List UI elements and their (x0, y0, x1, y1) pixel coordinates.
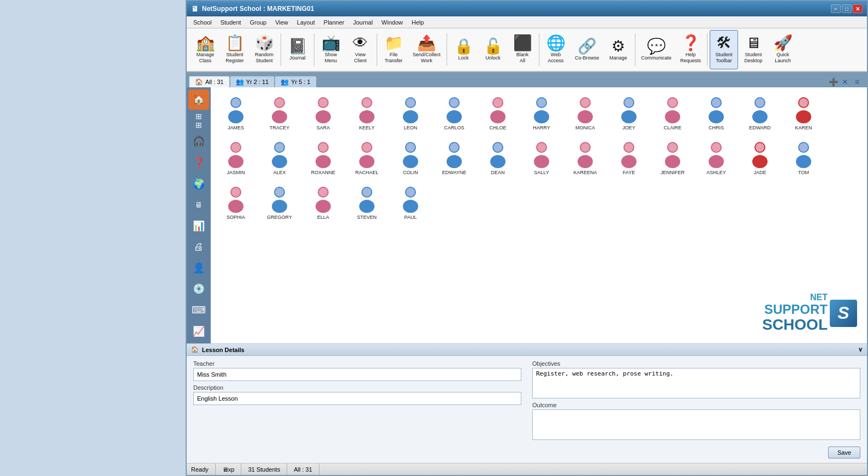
student-card[interactable]: KAREN (784, 93, 823, 133)
unlock-button[interactable]: 🔓 Unlock (479, 30, 507, 69)
student-desktop-button[interactable]: 🖥 StudentDesktop (739, 30, 768, 69)
sidenav-cd[interactable]: 💿 (188, 279, 209, 299)
student-card[interactable]: SARA (304, 93, 343, 133)
student-card[interactable]: DEAN (478, 138, 518, 178)
menu-student[interactable]: Student (216, 18, 246, 27)
student-card[interactable]: KAREENA (566, 138, 605, 178)
student-card[interactable]: CHLOE (478, 93, 518, 133)
communicate-label: Communicate (641, 55, 672, 61)
sidenav-audio[interactable]: 🎧 (188, 132, 209, 152)
sidenav-user[interactable]: 👤 (188, 258, 209, 278)
minimize-button[interactable]: − (831, 4, 841, 13)
menu-journal[interactable]: Journal (349, 18, 377, 27)
quick-launch-button[interactable]: 🚀 QuickLaunch (769, 30, 797, 69)
close-button[interactable]: ✕ (853, 4, 863, 13)
student-card[interactable]: GREGORY (260, 182, 299, 223)
tab-close-button[interactable]: ✕ (840, 76, 851, 87)
student-avatar (441, 140, 467, 169)
student-card[interactable]: LEON (391, 93, 430, 133)
sidenav-print[interactable]: 🖨 (188, 237, 209, 257)
student-card[interactable]: CHRIS (697, 93, 736, 133)
student-card[interactable]: JADE (740, 138, 780, 178)
student-card[interactable]: STEVEN (347, 182, 387, 223)
sidenav-home[interactable]: 🏠 (188, 90, 209, 110)
menu-window[interactable]: Window (377, 18, 407, 27)
tab-all[interactable]: 🏠 All : 31 (189, 76, 230, 87)
menu-school[interactable]: School (189, 18, 216, 27)
student-card[interactable]: CLAIRE (653, 93, 692, 133)
show-menu-button[interactable]: 📺 ShowMenu (317, 30, 345, 69)
tab-actions: ➕ ✕ ≡ (828, 76, 865, 87)
manage-button[interactable]: ⚙ Manage (604, 30, 633, 69)
menu-layout[interactable]: Layout (293, 18, 319, 27)
web-access-button[interactable]: 🌐 WebAccess (542, 30, 570, 69)
student-card[interactable]: ASHLEY (697, 138, 736, 178)
student-card[interactable]: CARLOS (435, 93, 474, 133)
sidenav-questions[interactable]: ❓ (188, 153, 209, 173)
svg-point-23 (537, 98, 546, 107)
student-card[interactable]: JASMIN (216, 138, 255, 178)
svg-point-16 (447, 110, 462, 123)
sidenav-chart[interactable]: 📊 (188, 216, 209, 236)
manage-class-button[interactable]: 🏫 ManageClass (191, 30, 219, 69)
objectives-textarea[interactable]: Register, web research, prose writing. (532, 368, 860, 398)
student-card[interactable]: JAMES (216, 93, 255, 133)
sidenav-web[interactable]: 🌍 (188, 174, 209, 194)
svg-point-91 (316, 200, 331, 213)
student-name: SOPHIA (227, 215, 245, 220)
student-card[interactable]: ALEX (260, 138, 299, 178)
help-requests-button[interactable]: ❓ HelpRequests (676, 30, 705, 69)
student-card[interactable]: MONICA (566, 93, 605, 133)
student-card[interactable]: ELLA (304, 182, 343, 223)
student-name: PAUL (405, 215, 417, 220)
student-toolbar-button[interactable]: 🛠 StudentToolbar (710, 30, 738, 69)
student-card[interactable]: TRACEY (260, 93, 299, 133)
student-card[interactable]: JENNIFER (653, 138, 692, 178)
student-card[interactable]: PAUL (391, 182, 430, 223)
co-browse-button[interactable]: 🔗 Co-Browse (571, 30, 603, 69)
tab-add-button[interactable]: ➕ (828, 76, 839, 87)
student-register-button[interactable]: 📋 StudentRegister (221, 30, 249, 69)
description-input[interactable] (193, 392, 521, 405)
menu-group[interactable]: Group (246, 18, 271, 27)
menu-planner[interactable]: Planner (319, 18, 349, 27)
restore-button[interactable]: □ (842, 4, 852, 13)
tab-yr5[interactable]: 👥 Yr 5 : 1 (275, 76, 316, 87)
lesson-header-collapse[interactable]: ∨ (858, 346, 863, 353)
svg-point-28 (621, 110, 637, 123)
sidenav-apps[interactable]: 🖥 (188, 195, 209, 215)
student-card[interactable]: FAYE (609, 138, 649, 178)
student-card[interactable]: TOM (784, 138, 823, 178)
send-collect-work-button[interactable]: 📤 Send/CollectWork (409, 30, 444, 69)
student-card[interactable]: HARRY (522, 93, 561, 133)
student-card[interactable]: COLIN (391, 138, 430, 178)
student-avatar (616, 140, 642, 169)
view-client-button[interactable]: 👁 ViewClient (346, 30, 374, 69)
menu-view[interactable]: View (271, 18, 293, 27)
blank-all-button[interactable]: ⬛ BlankAll (508, 30, 537, 69)
lock-button[interactable]: 🔒 Lock (449, 30, 478, 69)
student-card[interactable]: EDWARD (740, 93, 780, 133)
student-card[interactable]: SOPHIA (216, 182, 255, 223)
communicate-button[interactable]: 💬 Communicate (638, 30, 676, 69)
student-card[interactable]: RACHAEL (347, 138, 387, 178)
tab-menu-button[interactable]: ≡ (852, 76, 863, 87)
file-transfer-button[interactable]: 📁 FileTransfer (379, 30, 408, 69)
save-button[interactable]: Save (828, 447, 860, 459)
tab-yr2[interactable]: 👥 Yr 2 : 11 (230, 76, 275, 87)
student-card[interactable]: SALLY (522, 138, 561, 178)
sidenav-analytics[interactable]: 📈 (188, 321, 209, 341)
student-card[interactable]: EDWAYNE (435, 138, 474, 178)
outcome-textarea[interactable] (532, 409, 860, 440)
sidenav-grid[interactable]: ⊞⊞ (188, 111, 209, 131)
journal-button[interactable]: 📓 Journal (283, 30, 312, 69)
menu-help[interactable]: Help (407, 18, 429, 27)
sidenav-keyboard[interactable]: ⌨ (188, 300, 209, 320)
teacher-input[interactable] (193, 368, 521, 381)
svg-point-38 (756, 98, 764, 107)
student-name: DEAN (491, 170, 504, 175)
student-card[interactable]: KEELY (347, 93, 387, 133)
student-card[interactable]: ROXANNE (304, 138, 343, 178)
student-card[interactable]: JOEY (609, 93, 649, 133)
random-student-button[interactable]: 🎲 RandomStudent (250, 30, 278, 69)
